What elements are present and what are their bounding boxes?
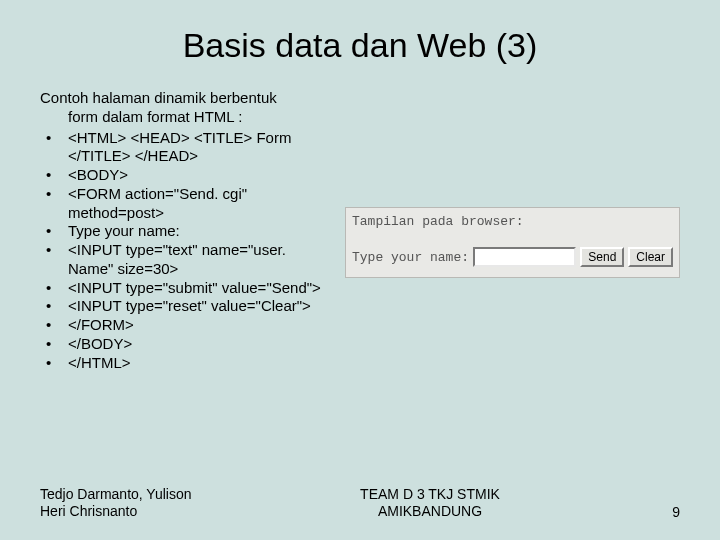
browser-box: Tampilan pada browser: Type your name: S… — [345, 207, 680, 278]
list-item: </BODY> — [40, 335, 327, 354]
send-button[interactable]: Send — [580, 247, 624, 267]
intro-line-2: form dalam format HTML : — [68, 108, 242, 125]
slide-footer: Tedjo Darmanto, Yulison Heri Chrisnanto … — [40, 486, 680, 520]
intro-line-1: Contoh halaman dinamik berbentuk — [40, 89, 277, 106]
bullet-list: <HTML> <HEAD> <TITLE> Form </TITLE> </HE… — [40, 129, 327, 373]
form-row: Type your name: Send Clear — [352, 247, 673, 267]
page-number: 9 — [620, 504, 680, 520]
list-item: Type your name: — [40, 222, 327, 241]
list-item: <BODY> — [40, 166, 327, 185]
list-item: <FORM action="Send. cgi" method=post> — [40, 185, 327, 223]
clear-button[interactable]: Clear — [628, 247, 673, 267]
slide-body: Contoh halaman dinamik berbentuk form da… — [40, 89, 680, 372]
list-item: </HTML> — [40, 354, 327, 373]
list-item: <INPUT type="submit" value="Send"> — [40, 279, 327, 298]
browser-preview: Tampilan pada browser: Type your name: S… — [345, 207, 680, 278]
slide-title: Basis data dan Web (3) — [40, 26, 680, 65]
footer-team: TEAM D 3 TKJ STMIK AMIKBANDUNG — [240, 486, 620, 520]
list-item: <HTML> <HEAD> <TITLE> Form </TITLE> </HE… — [40, 129, 327, 167]
team-line-1: TEAM D 3 TKJ STMIK — [360, 486, 500, 502]
name-label: Type your name: — [352, 250, 469, 265]
authors-line-1: Tedjo Darmanto, Yulison — [40, 486, 192, 502]
authors-line-2: Heri Chrisnanto — [40, 503, 137, 519]
list-item: <INPUT type="reset" value="Clear"> — [40, 297, 327, 316]
team-line-2: AMIKBANDUNG — [378, 503, 482, 519]
list-item: </FORM> — [40, 316, 327, 335]
name-input[interactable] — [473, 247, 576, 267]
intro-text: Contoh halaman dinamik berbentuk form da… — [40, 89, 327, 127]
footer-authors: Tedjo Darmanto, Yulison Heri Chrisnanto — [40, 486, 240, 520]
browser-caption: Tampilan pada browser: — [352, 214, 673, 229]
list-item: <INPUT type="text" name="user. Name" siz… — [40, 241, 327, 279]
slide: Basis data dan Web (3) Contoh halaman di… — [0, 0, 720, 540]
code-listing: Contoh halaman dinamik berbentuk form da… — [40, 89, 327, 372]
